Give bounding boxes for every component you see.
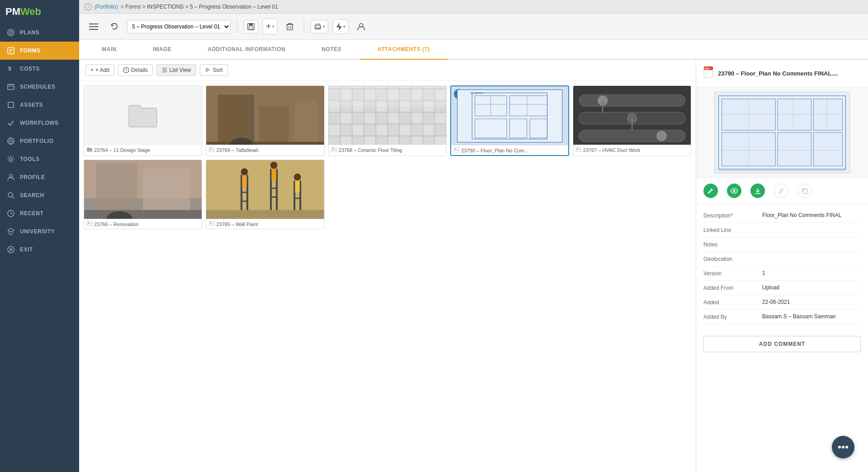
edit-icon-button[interactable]: [703, 184, 718, 198]
value-version: 1: [762, 270, 861, 276]
sidebar-item-exit[interactable]: EXIT: [0, 241, 79, 259]
breadcrumb-rest: > Forms > INSPECTIONS > 5 – Progress Obs…: [121, 4, 278, 10]
gallery-item-4[interactable]: ✓: [450, 85, 569, 156]
add-comment-button[interactable]: ADD COMMENT: [703, 336, 861, 352]
svg-line-17: [12, 197, 14, 198]
value-added-by: Bassam.S – Bassam Samman: [762, 313, 861, 320]
details-button[interactable]: Details: [118, 64, 153, 76]
tab-additional[interactable]: ADDITIONAL INFORMATION: [190, 40, 304, 60]
fab-button[interactable]: [832, 436, 854, 458]
delete-button[interactable]: [282, 19, 297, 34]
sort-button[interactable]: Sort: [200, 64, 228, 76]
save-button[interactable]: [244, 20, 258, 33]
add-button[interactable]: + ▾: [263, 19, 278, 34]
sidebar-item-portfolio[interactable]: PORTFOLIO: [0, 132, 79, 150]
search-icon: [6, 191, 15, 200]
thumb-5: [573, 86, 691, 145]
tab-main[interactable]: MAIN: [84, 40, 135, 60]
gallery-item-2[interactable]: 23769 – 7a8a9ead-: [206, 85, 324, 156]
label-added-by: Added By: [703, 313, 762, 320]
profile-icon: [6, 173, 15, 182]
sidebar-item-label: EXIT: [20, 246, 33, 253]
logo: PMWeb: [0, 0, 79, 24]
label-6: 23766 – Renovation: [84, 219, 202, 229]
detail-panel: PDF 23790 – Floor_Plan No Comments FINAL…: [696, 60, 868, 472]
schedules-icon: [6, 82, 15, 91]
sidebar-item-assets[interactable]: ASSETS: [0, 96, 79, 114]
tools-icon: [6, 155, 15, 164]
university-icon: [6, 227, 15, 236]
download-icon-button[interactable]: [750, 184, 765, 198]
gallery-item-1[interactable]: 23764 – 11 Design Stage: [84, 85, 202, 156]
sidebar-item-label: PLANS: [20, 29, 39, 36]
sidebar-item-recent[interactable]: RECENT: [0, 204, 79, 222]
list-view-button[interactable]: List View: [156, 64, 196, 76]
svg-point-84: [656, 131, 666, 141]
svg-point-111: [270, 162, 278, 169]
print-button[interactable]: ▾: [311, 20, 328, 33]
view-icon-button[interactable]: [727, 184, 741, 198]
user-button[interactable]: [353, 19, 369, 34]
gallery-item-6[interactable]: 23766 – Renovation: [84, 160, 202, 229]
sidebar-nav: PLANS FORMS $ COSTS SCHEDULES ASSETS: [0, 24, 79, 472]
gallery-item-7[interactable]: 23765 – Wall Paint: [206, 160, 324, 229]
gallery-item-5[interactable]: 23767 – HVAC Duct Work: [573, 85, 691, 156]
portfolio-icon: [6, 137, 15, 146]
preview-area: [696, 87, 868, 178]
svg-rect-131: [778, 132, 811, 166]
sidebar-item-tools[interactable]: TOOLS: [0, 150, 79, 168]
svg-point-147: [733, 190, 736, 192]
sidebar-item-workflows[interactable]: WORKFLOWS: [0, 114, 79, 132]
sidebar-item-costs[interactable]: $ COSTS: [0, 60, 79, 78]
svg-rect-48: [295, 100, 318, 142]
value-added: 22-06-2021: [762, 299, 861, 305]
sidebar-item-university[interactable]: UNIVERSITY: [0, 222, 79, 241]
sidebar-item-label: RECENT: [20, 210, 43, 217]
tab-notes[interactable]: NOTES: [303, 40, 359, 60]
sidebar-item-schedules[interactable]: SCHEDULES: [0, 78, 79, 96]
tab-attachments[interactable]: ATTACHMENTS (7): [359, 40, 448, 60]
field-added: Added 22-06-2021: [703, 295, 861, 310]
svg-rect-132: [813, 132, 842, 166]
recent-icon: [6, 209, 15, 218]
copy-icon-button[interactable]: [797, 184, 812, 198]
svg-rect-118: [295, 180, 300, 192]
svg-rect-49: [206, 142, 324, 145]
add-attachment-button[interactable]: + + Add: [85, 64, 114, 76]
breadcrumb-portfolio[interactable]: (Portfolio): [94, 4, 118, 10]
svg-rect-91: [96, 163, 137, 210]
svg-text:PDF: PDF: [705, 67, 709, 70]
svg-rect-98: [206, 210, 324, 219]
menu-button[interactable]: [85, 20, 102, 33]
value-added-from: Upload: [762, 284, 861, 291]
svg-rect-27: [249, 24, 253, 26]
record-selector[interactable]: 5 – Progress Observation – Level 01: [127, 20, 231, 33]
svg-point-14: [9, 158, 12, 160]
label-geolocation: Geolocation: [703, 255, 762, 262]
undo-button[interactable]: [106, 19, 123, 34]
pencil-icon-button[interactable]: [774, 184, 788, 198]
svg-point-38: [126, 68, 127, 69]
sidebar-item-label: SCHEDULES: [20, 84, 56, 90]
info-icon[interactable]: i: [85, 3, 92, 10]
sidebar-item-forms[interactable]: FORMS: [0, 42, 79, 60]
sidebar-item-plans[interactable]: PLANS: [0, 24, 79, 42]
action-icons-row: [696, 178, 868, 204]
label-description: Description*: [703, 212, 762, 219]
sidebar-item-profile[interactable]: PROFILE: [0, 168, 79, 186]
svg-rect-61: [329, 86, 446, 106]
detail-filename: 23790 – Floor_Plan No Comments FINAL....: [718, 70, 838, 77]
thumb-2: [206, 86, 324, 145]
exit-icon: [6, 245, 15, 254]
svg-point-154: [845, 446, 848, 448]
lightning-button[interactable]: ▾: [333, 19, 349, 34]
svg-rect-81: [579, 130, 685, 142]
gallery-item-3[interactable]: 23768 – Ceramic Floor Tiling: [328, 85, 447, 156]
gallery-toolbar: + + Add Details List View Sort: [79, 60, 696, 81]
sidebar-item-search[interactable]: SEARCH: [0, 186, 79, 204]
svg-point-104: [241, 168, 248, 175]
detail-header: PDF 23790 – Floor_Plan No Comments FINAL…: [696, 60, 868, 87]
label-notes: Notes: [703, 241, 762, 248]
tab-image[interactable]: IMAGE: [135, 40, 190, 60]
sidebar-item-label: PROFILE: [20, 174, 45, 180]
